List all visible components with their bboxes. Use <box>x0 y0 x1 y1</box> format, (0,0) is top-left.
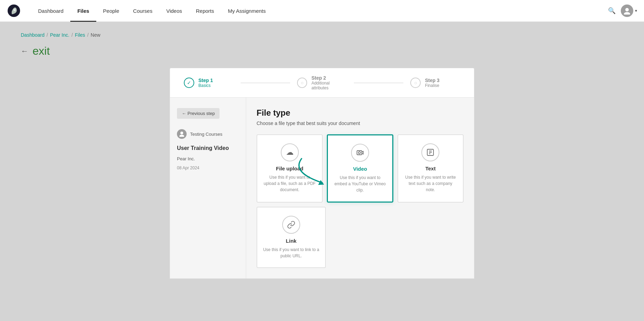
nav-files[interactable]: Files <box>70 0 96 22</box>
cards-grid-bottom: Link Use this if you want to link to a p… <box>257 207 326 268</box>
svg-point-1 <box>14 9 16 11</box>
text-icon <box>421 143 439 161</box>
step-2-label: Step 2 <box>311 75 347 81</box>
step-2-sublabel: Additional attributes <box>311 81 347 90</box>
nav-dashboard[interactable]: Dashboard <box>31 0 70 22</box>
step-sep-2 <box>354 83 404 83</box>
step-1-sublabel: Basics <box>198 83 213 88</box>
link-title: Link <box>286 238 297 244</box>
nav-videos[interactable]: Videos <box>159 0 189 22</box>
step-1-info: Step 1 Basics <box>198 78 213 88</box>
file-upload-desc: Use this if you want to upload a file, s… <box>263 174 316 193</box>
main-panel: File type Choose a file type that best s… <box>246 98 474 278</box>
text-desc: Use this if you want to write text such … <box>404 174 457 193</box>
file-org: Pear Inc. <box>177 156 195 161</box>
step-3-label: Step 3 <box>425 78 439 83</box>
svg-point-4 <box>180 132 183 134</box>
logo[interactable] <box>7 4 21 18</box>
video-card[interactable]: Video Use this if you want to embed a Yo… <box>327 134 393 203</box>
nav-people[interactable]: People <box>96 0 126 22</box>
step-3: ○ Step 3 Finalise <box>410 78 460 88</box>
breadcrumb-sep-3: / <box>87 32 89 38</box>
sidebar-panel: ← Previous step Testing Courses User Tra… <box>170 98 246 278</box>
exit-title[interactable]: exit <box>33 45 50 57</box>
step-3-info: Step 3 Finalise <box>425 78 439 88</box>
link-desc: Use this if you want to link to a public… <box>263 247 320 259</box>
breadcrumb-dashboard[interactable]: Dashboard <box>21 32 45 38</box>
svg-point-8 <box>358 152 360 154</box>
step-2: ○ Step 2 Additional attributes <box>297 75 347 90</box>
step-3-sublabel: Finalise <box>425 83 439 88</box>
page-layout: ← Previous step Testing Courses User Tra… <box>170 97 474 279</box>
step-2-icon: ○ <box>297 78 307 88</box>
nav-courses[interactable]: Courses <box>126 0 159 22</box>
avatar <box>621 5 633 17</box>
step-2-info: Step 2 Additional attributes <box>311 75 347 90</box>
step-1-icon: ✓ <box>184 78 194 88</box>
cards-grid: ☁ File upload Use this if you want to up… <box>257 134 464 203</box>
prev-step-button[interactable]: ← Previous step <box>177 108 220 119</box>
nav-links: Dashboard Files People Courses Videos Re… <box>31 0 608 22</box>
breadcrumb: Dashboard / Pear Inc. / Files / New <box>21 32 623 38</box>
breadcrumb-sep-1: / <box>47 32 48 38</box>
nav-my-assignments[interactable]: My Assignments <box>221 0 272 22</box>
video-icon <box>351 144 369 162</box>
file-upload-card[interactable]: ☁ File upload Use this if you want to up… <box>257 134 323 203</box>
svg-point-5 <box>179 135 184 137</box>
main-content: Dashboard / Pear Inc. / Files / New ← ex… <box>0 22 644 289</box>
file-info: Testing Courses User Training Video Pear… <box>177 129 239 170</box>
link-card[interactable]: Link Use this if you want to link to a p… <box>257 207 326 268</box>
svg-rect-7 <box>357 151 362 155</box>
file-upload-icon: ☁ <box>281 143 299 161</box>
navbar: Dashboard Files People Courses Videos Re… <box>0 0 644 22</box>
breadcrumb-files[interactable]: Files <box>75 32 85 38</box>
breadcrumb-new: New <box>91 32 100 38</box>
breadcrumb-sep-2: / <box>71 32 73 38</box>
file-upload-title: File upload <box>276 166 303 171</box>
file-avatar-row: Testing Courses <box>177 129 222 139</box>
nav-right: 🔍 ▾ <box>608 5 637 17</box>
exit-header: ← exit <box>21 45 623 57</box>
svg-point-2 <box>625 8 629 11</box>
nav-reports[interactable]: Reports <box>189 0 221 22</box>
step-sep-1 <box>241 83 290 83</box>
step-3-icon: ○ <box>410 78 421 88</box>
file-type-title: File type <box>257 108 464 118</box>
file-date: 08 Apr 2024 <box>177 166 199 170</box>
text-title: Text <box>425 166 436 171</box>
stepper: ✓ Step 1 Basics ○ Step 2 Additional attr… <box>170 68 474 97</box>
chevron-down-icon: ▾ <box>635 8 637 13</box>
file-avatar <box>177 129 187 139</box>
video-desc: Use this if you want to embed a YouTube … <box>333 175 386 193</box>
breadcrumb-org[interactable]: Pear Inc. <box>50 32 69 38</box>
step-1: ✓ Step 1 Basics <box>184 78 234 88</box>
video-title: Video <box>353 166 367 172</box>
text-card[interactable]: Text Use this if you want to write text … <box>397 134 464 203</box>
cards-wrapper: ☁ File upload Use this if you want to up… <box>257 134 464 268</box>
search-button[interactable]: 🔍 <box>608 7 616 15</box>
link-icon <box>282 216 300 234</box>
user-avatar-container[interactable]: ▾ <box>621 5 637 17</box>
file-type-subtitle: Choose a file type that best suits your … <box>257 121 464 126</box>
exit-arrow-icon[interactable]: ← <box>21 47 28 56</box>
file-title: User Training Video <box>177 145 229 151</box>
step-1-label: Step 1 <box>198 78 213 83</box>
file-course-name: Testing Courses <box>190 132 222 137</box>
svg-point-3 <box>624 12 630 15</box>
